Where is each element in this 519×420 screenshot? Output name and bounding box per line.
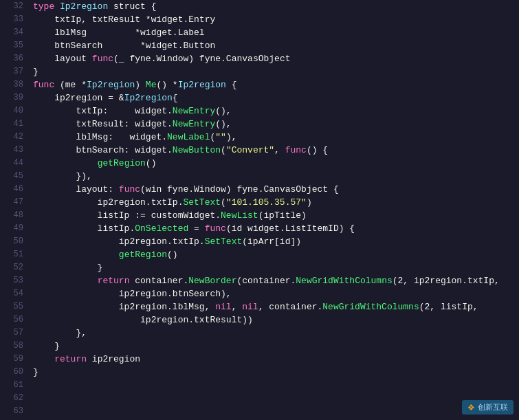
line-number: 61 — [0, 379, 23, 392]
line-number: 39 — [0, 91, 23, 104]
token-plain: }), — [33, 171, 92, 181]
code-line: ip2region.lblMsg, nil, nil, container.Ne… — [33, 300, 519, 313]
token-plain: , — [274, 145, 285, 155]
code-line: txtIp: widget.NewEntry(), — [33, 104, 519, 118]
line-number: 32 — [0, 0, 23, 13]
token-plain: (ipArr[id]) — [242, 236, 301, 247]
token-plain: ip2region.lblMsg, — [33, 302, 215, 312]
token-plain: ) — [135, 80, 146, 90]
code-line: } — [33, 261, 519, 274]
token-fn: getRegion — [119, 250, 167, 260]
token-kw: nil — [215, 302, 231, 312]
code-line: getRegion() — [33, 157, 519, 170]
token-plain: ip2region = & — [33, 93, 124, 103]
token-plain: }, — [33, 328, 87, 338]
code-line: txtIp, txtResult *widget.Entry — [33, 13, 519, 26]
line-number: 36 — [0, 52, 23, 65]
token-fn: NewButton — [173, 145, 221, 155]
token-plain: (win fyne.Window) fyne.CanvasObject { — [140, 184, 339, 195]
line-number: 42 — [0, 131, 23, 144]
code-line: }), — [33, 170, 519, 183]
token-type-name: Ip2region — [87, 80, 135, 90]
code-line: btnSearch: widget.NewButton("Convert", f… — [33, 144, 519, 157]
line-number: 40 — [0, 104, 23, 118]
token-plain: txtIp, txtResult — [33, 14, 146, 25]
token-plain: { — [226, 80, 237, 90]
token-plain: } — [33, 367, 38, 377]
token-plain: (2, ip2region.txtIp, — [393, 276, 500, 286]
watermark: ❖ 创新互联 — [462, 400, 514, 415]
line-number: 56 — [0, 313, 23, 327]
token-plain: listIp := customWidget. — [33, 210, 221, 221]
token-plain: layout — [33, 54, 92, 64]
line-number: 59 — [0, 353, 23, 366]
token-kw: return — [98, 276, 130, 286]
token-plain: (), — [215, 106, 231, 116]
token-plain: } — [33, 341, 60, 351]
code-line: listIp := customWidget.NewList(ipTitle) — [33, 209, 519, 222]
code-line: }, — [33, 327, 519, 340]
line-number: 50 — [0, 235, 23, 248]
code-line: } — [33, 340, 519, 353]
line-number: 55 — [0, 300, 23, 313]
line-number: 44 — [0, 157, 23, 170]
code-line: return container.NewBorder(container.New… — [33, 274, 519, 287]
token-plain: (id widget.ListItemID) { — [226, 223, 355, 234]
token-kw: func — [205, 223, 226, 234]
token-plain: lblMsg — [33, 27, 135, 38]
line-number: 58 — [0, 340, 23, 353]
token-plain: layout: — [33, 184, 119, 195]
code-line: ip2region.txtResult)) — [33, 313, 519, 327]
code-line: lblMsg *widget.Label — [33, 26, 519, 39]
code-line: func (me *Ip2region) Me() *Ip2region { — [33, 78, 519, 91]
token-kw: return — [54, 354, 87, 364]
line-number: 41 — [0, 118, 23, 131]
token-plain: listIp. — [33, 223, 135, 234]
token-kw: type — [33, 1, 60, 12]
token-plain: ( — [221, 197, 226, 208]
token-str: "Convert" — [226, 145, 274, 155]
token-type-name: Ip2region — [60, 1, 108, 12]
code-line: lblMsg: widget.NewLabel(""), — [33, 131, 519, 144]
token-fn: NewList — [221, 210, 258, 221]
token-plain: () — [146, 158, 157, 168]
token-plain: (ipTitle) — [258, 210, 307, 221]
line-number: 37 — [0, 65, 23, 78]
code-line: btnSearch *widget.Button — [33, 39, 519, 52]
code-content[interactable]: type Ip2region struct { txtIp, txtResult… — [29, 0, 519, 420]
token-type-name: Ip2region — [178, 80, 226, 90]
watermark-icon: ❖ — [467, 403, 475, 412]
token-plain: (), — [215, 119, 231, 129]
token-plain: , — [232, 302, 243, 312]
code-line: listIp.OnSelected = func(id widget.ListI… — [33, 222, 519, 235]
token-plain — [33, 276, 98, 286]
token-plain: *widget.Button — [140, 41, 215, 51]
line-number: 53 — [0, 274, 23, 287]
token-fn: SetText — [205, 236, 243, 247]
token-plain: txtResult: widget. — [33, 119, 173, 129]
token-fn: Me — [146, 80, 157, 90]
token-plain: *widget.Label — [135, 27, 204, 38]
code-line: type Ip2region struct { — [33, 0, 519, 13]
token-fn: getRegion — [98, 158, 146, 168]
token-plain: ip2region.txtIp. — [33, 197, 183, 208]
token-plain: ( — [221, 145, 226, 155]
token-kw: func — [119, 184, 140, 195]
code-line: ip2region.btnSearch), — [33, 287, 519, 300]
token-plain: () — [167, 250, 178, 260]
code-line: } — [33, 366, 519, 379]
line-number: 43 — [0, 144, 23, 157]
line-number: 46 — [0, 183, 23, 196]
token-str: "" — [215, 132, 226, 142]
line-number: 34 — [0, 26, 23, 39]
token-plain: container. — [129, 276, 188, 286]
token-fn: NewBorder — [188, 276, 236, 286]
line-number: 35 — [0, 39, 23, 52]
line-number: 52 — [0, 261, 23, 274]
watermark-text: 创新互联 — [478, 402, 508, 412]
line-number: 62 — [0, 392, 23, 405]
token-plain: { — [173, 93, 178, 103]
token-plain: lblMsg: widget. — [33, 132, 167, 142]
token-plain: ip2region.txtIp. — [33, 236, 205, 247]
token-str: "101.105.35.57" — [226, 197, 307, 208]
